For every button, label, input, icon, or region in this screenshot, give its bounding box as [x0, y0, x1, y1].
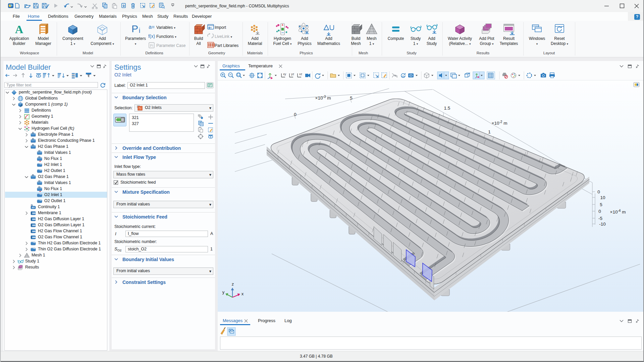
svg-text:xy: xy [283, 72, 286, 76]
svg-text:10: 10 [600, 195, 605, 200]
svg-text:D: D [39, 186, 41, 189]
svg-text:1.5: 1.5 [444, 106, 450, 111]
svg-text:×10-2 m: ×10-2 m [492, 120, 507, 126]
svg-text:y: y [222, 290, 225, 295]
svg-text:-10: -10 [599, 222, 606, 227]
svg-text:5: 5 [350, 96, 353, 101]
svg-text:×10-4 m: ×10-4 m [610, 209, 626, 215]
svg-text:yz: yz [291, 72, 294, 76]
svg-text:0: 0 [598, 209, 601, 214]
svg-text:0: 0 [597, 189, 600, 194]
svg-text:D: D [39, 149, 41, 153]
svg-text:D: D [39, 156, 41, 159]
svg-text:D: D [39, 180, 41, 183]
svg-text:0: 0 [294, 112, 297, 117]
svg-text:D: D [31, 204, 33, 207]
svg-text:x: x [241, 291, 244, 296]
svg-text:xz: xz [299, 72, 303, 76]
svg-text:D: D [32, 174, 34, 177]
svg-text:z: z [232, 282, 234, 287]
svg-text:1: 1 [488, 129, 491, 134]
svg-text:5: 5 [600, 202, 602, 207]
svg-text:-5: -5 [598, 216, 602, 221]
svg-text:×10-3 m: ×10-3 m [315, 95, 331, 101]
